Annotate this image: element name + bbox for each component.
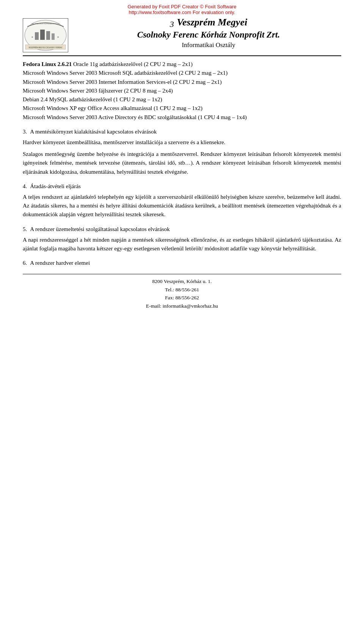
footer-address: 8200 Veszprém, Kórház u. 1. <box>23 277 341 286</box>
header-title-area: 3 Veszprém Megyei Csolnoky Ferenc Kórház… <box>76 17 341 49</box>
foxit-line1: Generated by Foxit PDF Creator © Foxit S… <box>127 4 236 9</box>
section-5-number: 5. <box>23 226 27 233</box>
section-6-number: 6. <box>23 260 27 266</box>
logo-image: VESZPRÉM MEGYEI CSOLNOKY FERENC SALUS AE… <box>23 18 68 52</box>
svg-text:★: ★ <box>31 36 33 39</box>
foxit-line2: http://www.foxitsoftware.com For evaluat… <box>129 9 235 15</box>
svg-rect-3 <box>46 31 50 40</box>
section-5-heading: 5. A rendszer üzemeltetési szolgáltatáss… <box>23 226 341 233</box>
foxit-banner: Generated by Foxit PDF Creator © Foxit S… <box>23 0 341 15</box>
header-divider <box>23 55 341 56</box>
footer-email: E-mail: informatika@vmkorhaz.hu <box>23 302 341 310</box>
section-3-para-1: Hardver környezet üzembeállítása, mentős… <box>23 138 341 147</box>
footer-fax: Fax: 88/556-262 <box>23 294 341 302</box>
section-5-content: A napi rendszerességgel a hét minden nap… <box>23 236 341 253</box>
section-4-number: 4. <box>23 183 27 190</box>
section-3-content: Hardver környezet üzembeállítása, mentős… <box>23 138 341 176</box>
section-5-title: A rendszer üzemeltetési szolgáltatással … <box>30 226 170 233</box>
svg-text:VESZPRÉM MEGYEI CSOLNOKY FEREN: VESZPRÉM MEGYEI CSOLNOKY FERENC <box>28 46 63 49</box>
section-3-number: 3. <box>23 129 27 135</box>
header-title-line1: 3 Veszprém Megyei <box>76 17 341 29</box>
section-4-heading: 4. Átadás-átvételi eljárás <box>23 183 341 190</box>
section-3-heading: 3. A mentésikörnyzet kialakításával kapc… <box>23 129 341 135</box>
footer-tel: Tel.: 88/556-261 <box>23 286 341 294</box>
section-6-title: A rendszer hardver elemei <box>30 260 90 266</box>
intro-text-block: Fedora Linux 2.6.21 Oracle 11g adatbázis… <box>23 60 341 122</box>
content-body: Fedora Linux 2.6.21 Oracle 11g adatbázis… <box>23 60 341 266</box>
intro-text: Fedora Linux 2.6.21 Oracle 11g adatbázis… <box>23 60 341 122</box>
section-4-content: A teljes rendszert az ajánlatkérő teleph… <box>23 193 341 219</box>
header-title-main: Veszprém Megyei <box>177 17 248 28</box>
logo-area: VESZPRÉM MEGYEI CSOLNOKY FERENC SALUS AE… <box>23 18 72 52</box>
header-subtitle: Csolnoky Ferenc Kórház Nonprofit Zrt. <box>76 30 341 40</box>
page: Generated by Foxit PDF Creator © Foxit S… <box>0 0 364 632</box>
footer-divider <box>23 274 341 274</box>
section-3-title: A mentésikörnyzet kialakításával kapcsol… <box>30 129 157 135</box>
header-section: VESZPRÉM MEGYEI CSOLNOKY FERENC SALUS AE… <box>23 17 341 52</box>
svg-rect-2 <box>40 30 45 40</box>
section-4-para-1: A teljes rendszert az ajánlatkérő teleph… <box>23 193 341 219</box>
footer-area: 8200 Veszprém, Kórház u. 1. Tel.: 88/556… <box>23 277 341 310</box>
header-dept: Informatikai Osztály <box>76 41 341 49</box>
svg-rect-1 <box>35 32 39 40</box>
section-4-title: Átadás-átvételi eljárás <box>30 183 81 190</box>
section-5-para-1: A napi rendszerességgel a hét minden nap… <box>23 236 341 253</box>
svg-text:★: ★ <box>57 36 59 39</box>
section-6-heading: 6. A rendszer hardver elemei <box>23 260 341 266</box>
svg-rect-4 <box>52 33 55 40</box>
svg-text:SALUS AEGROTI SUPREMA LEX ESTO: SALUS AEGROTI SUPREMA LEX ESTO <box>31 23 59 25</box>
section-3-para-2: Szalagos mentőegység üzembe helyezése és… <box>23 150 341 176</box>
header-number: 3 <box>170 19 174 29</box>
